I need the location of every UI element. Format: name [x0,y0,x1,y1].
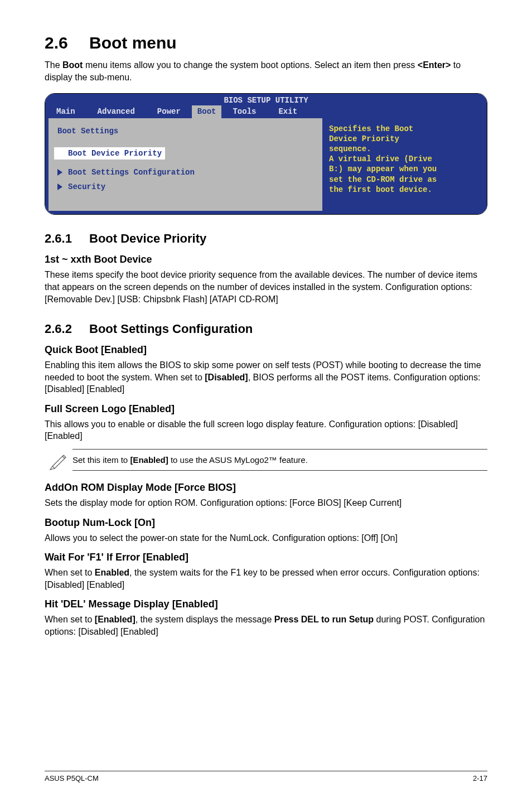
bios-tab-advanced: Advanced [86,105,146,118]
bios-item-config: Boot Settings Configuration [57,167,313,177]
heading-quick-boot: Quick Boot [Enabled] [45,344,487,356]
bios-tab-tools: Tools [221,105,267,118]
bios-left-header: Boot Settings [57,126,313,136]
page-footer: ASUS P5QL-CM 2-17 [45,771,487,782]
section-heading: 2.6Boot menu [45,33,487,52]
note-box: Set this item to [Enabled] to use the AS… [45,449,487,471]
p-full-screen-logo: This allows you to enable or disable the… [45,418,487,442]
bios-tab-main: Main [45,105,86,118]
subsection-261: 2.6.1Boot Device Priority [45,231,487,246]
bios-screenshot: BIOS SETUP UTILITY Main Advanced Power B… [45,93,487,215]
heading-addon-rom: AddOn ROM Display Mode [Force BIOS] [45,482,487,494]
bios-tab-exit: Exit [267,105,308,118]
heading-wait-f1: Wait For 'F1' If Error [Enabled] [45,552,487,563]
bios-tab-bar: Main Advanced Power Boot Tools Exit [45,105,487,118]
p-wait-f1: When set to Enabled, the system waits fo… [45,567,487,591]
p-numlock: Allows you to select the power-on state … [45,532,487,544]
bios-item-security: Security [57,182,313,192]
section-intro: The Boot menu items allow you to change … [45,59,487,83]
section-title: Boot menu [89,33,177,52]
section-number: 2.6 [45,33,89,52]
p-quick-boot: Enabling this item allows the BIOS to sk… [45,359,487,395]
bios-title: BIOS SETUP UTILITY [45,94,487,105]
heading-boot-device: 1st ~ xxth Boot Device [45,254,487,265]
bios-tab-power: Power [146,105,192,118]
heading-numlock: Bootup Num-Lock [On] [45,517,487,529]
bios-tab-boot: Boot [192,105,222,118]
bios-help-panel: Specifies the Boot Device Priority seque… [322,118,487,215]
bios-left-panel: Boot Settings Boot Device Priority Boot … [45,118,322,215]
p-hit-del: When set to [Enabled], the system displa… [45,613,487,637]
footer-right: 2-17 [473,774,487,782]
p-boot-device: These items specify the boot device prio… [45,269,487,305]
footer-left: ASUS P5QL-CM [45,774,99,782]
triangle-icon [57,169,62,176]
triangle-icon [57,150,62,157]
pencil-icon [45,450,72,471]
heading-full-screen-logo: Full Screen Logo [Enabled] [45,403,487,415]
subsection-262: 2.6.2Boot Settings Configuration [45,322,487,336]
triangle-icon [57,183,62,190]
note-text: Set this item to [Enabled] to use the AS… [72,449,487,471]
p-addon-rom: Sets the display mode for option ROM. Co… [45,497,487,509]
bios-item-priority: Boot Device Priority [54,147,165,160]
heading-hit-del: Hit 'DEL' Message Display [Enabled] [45,598,487,610]
